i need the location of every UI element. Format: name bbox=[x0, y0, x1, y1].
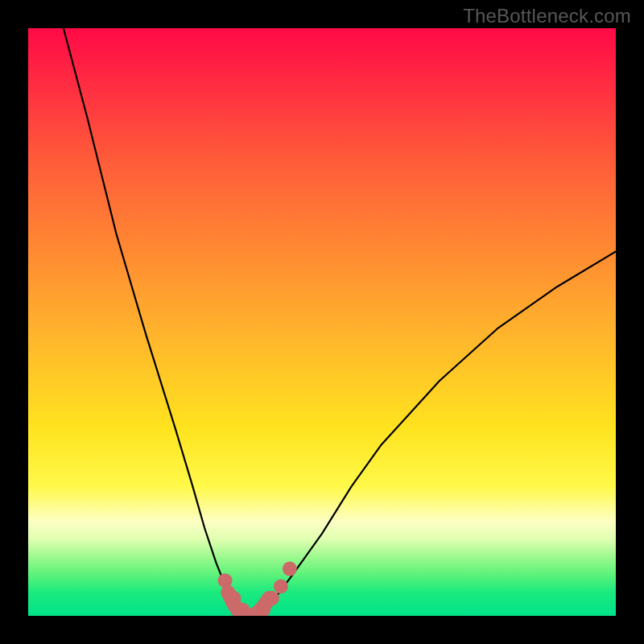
watermark-text: TheBottleneck.com bbox=[463, 5, 631, 27]
curve-marker bbox=[227, 591, 242, 605]
chart-frame: TheBottleneck.com bbox=[0, 0, 644, 644]
curve-marker bbox=[265, 591, 279, 605]
plot-area bbox=[28, 28, 616, 616]
curve-svg bbox=[28, 28, 616, 616]
curve-marker bbox=[274, 580, 288, 594]
curve-marker bbox=[218, 573, 233, 588]
curve-marker bbox=[283, 562, 297, 576]
bottleneck-curve bbox=[64, 28, 616, 616]
